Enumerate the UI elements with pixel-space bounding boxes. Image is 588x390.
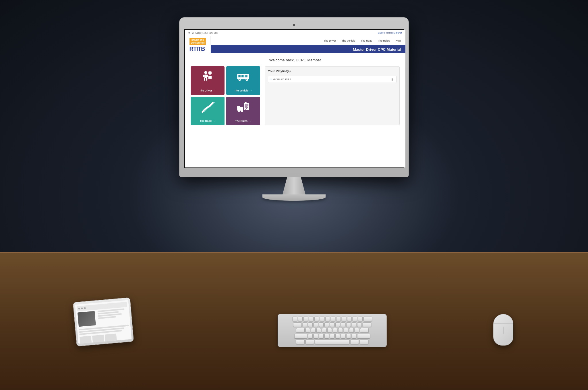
playlist-item[interactable]: ▾ MY PLAYLIST 1 🗑: [268, 76, 396, 83]
key[interactable]: [322, 328, 326, 333]
key[interactable]: [335, 322, 340, 327]
welcome-message: Welcome back, DCPC Member: [191, 58, 400, 62]
key-space[interactable]: [315, 340, 349, 344]
key[interactable]: [335, 334, 340, 338]
tablet-image: [78, 311, 96, 327]
key[interactable]: [353, 317, 357, 321]
key[interactable]: [341, 322, 345, 327]
svg-rect-17: [239, 76, 240, 77]
svg-rect-29: [245, 102, 247, 104]
vehicle-icon: [236, 70, 250, 86]
tablet-thumb-1: [80, 336, 92, 344]
svg-rect-23: [237, 106, 240, 108]
key[interactable]: [344, 328, 348, 333]
key-backspace[interactable]: [363, 317, 372, 321]
key[interactable]: [349, 328, 354, 333]
playlist-heading: Your Playlist(s): [268, 69, 396, 73]
nav-item-vehicle[interactable]: The Vehicle: [342, 39, 355, 42]
key[interactable]: [352, 334, 356, 338]
tablet: [73, 297, 134, 347]
key[interactable]: [311, 328, 316, 333]
key[interactable]: [346, 322, 351, 327]
key[interactable]: [314, 322, 318, 327]
key-enter[interactable]: [363, 322, 371, 327]
key-shift-r[interactable]: [357, 334, 370, 338]
back-link[interactable]: Back to RTITB Extranet: [378, 32, 402, 34]
mouse[interactable]: [493, 314, 513, 346]
tablet-bezel: [73, 297, 134, 347]
tile-rules-label: The Rules →: [235, 120, 251, 122]
banner-title: Master Driver CPC Material: [353, 47, 401, 52]
key[interactable]: [330, 334, 334, 338]
site-topbar: ✆ ✆ +44(0)1952 520 200 Back to RTITB Ext…: [185, 30, 405, 36]
logo-box[interactable]: DRIVER CPC CONSORTIUM RTITB: [185, 36, 211, 53]
key[interactable]: [352, 322, 356, 327]
key-ctrl-r[interactable]: [360, 340, 368, 344]
key-enter-2[interactable]: [360, 328, 369, 333]
key[interactable]: [303, 317, 308, 321]
key[interactable]: [303, 322, 307, 327]
keyboard-row-5: [280, 340, 384, 344]
key[interactable]: [325, 317, 330, 321]
key-alt-l[interactable]: [305, 340, 314, 344]
site-main: Welcome back, DCPC Member: [185, 53, 405, 130]
svg-rect-21: [245, 76, 246, 77]
key-alt-r[interactable]: [350, 340, 359, 344]
key[interactable]: [342, 317, 346, 321]
tile-rules-arrow: →: [249, 120, 251, 122]
key[interactable]: [319, 322, 324, 327]
key[interactable]: [324, 334, 329, 338]
key[interactable]: [324, 322, 329, 327]
key[interactable]: [341, 334, 345, 338]
tiles-grid: The Driver →: [191, 66, 260, 125]
key[interactable]: [308, 334, 313, 338]
trash-icon[interactable]: 🗑: [391, 78, 394, 81]
key[interactable]: [331, 317, 335, 321]
tile-rules[interactable]: The Rules →: [226, 97, 260, 125]
nav-item-help[interactable]: Help: [395, 39, 401, 42]
key-ctrl-l[interactable]: [296, 340, 305, 344]
monitor-screen-border: ✆ ✆ +44(0)1952 520 200 Back to RTITB Ext…: [184, 29, 404, 168]
tile-road-arrow: →: [213, 120, 215, 122]
key[interactable]: [305, 328, 310, 333]
key[interactable]: [347, 317, 352, 321]
svg-point-7: [208, 71, 212, 73]
svg-rect-30: [245, 104, 248, 105]
driver-icon: [200, 70, 215, 86]
key-shift-l[interactable]: [294, 334, 307, 338]
key[interactable]: [327, 328, 332, 333]
tile-vehicle[interactable]: The Vehicle →: [226, 66, 260, 95]
key[interactable]: [316, 328, 321, 333]
tile-driver[interactable]: The Driver →: [191, 66, 225, 95]
key[interactable]: [314, 334, 318, 338]
key[interactable]: [314, 317, 319, 321]
key[interactable]: [346, 334, 351, 338]
tile-road-label: The Road →: [200, 120, 215, 122]
key[interactable]: [298, 317, 303, 321]
key[interactable]: [320, 317, 324, 321]
key[interactable]: [308, 322, 313, 327]
nav-item-rules[interactable]: The Rules: [378, 39, 390, 42]
key[interactable]: [330, 322, 334, 327]
tablet-thumb-2: [92, 335, 104, 344]
tile-road[interactable]: The Road →: [191, 97, 225, 125]
key[interactable]: [357, 322, 362, 327]
key[interactable]: [336, 317, 341, 321]
keyboard-body: [278, 314, 387, 347]
key-caps[interactable]: [296, 328, 305, 333]
monitor-stand-neck: [283, 177, 305, 194]
phone-number: ✆ +44(0)1952 520 200: [192, 32, 218, 34]
key[interactable]: [355, 328, 359, 333]
key[interactable]: [358, 317, 363, 321]
key[interactable]: [319, 334, 324, 338]
key-tab[interactable]: [293, 322, 302, 327]
svg-point-25: [239, 111, 239, 112]
key[interactable]: [333, 328, 337, 333]
key[interactable]: [293, 317, 297, 321]
key[interactable]: [338, 328, 343, 333]
keyboard[interactable]: [278, 314, 387, 347]
key[interactable]: [309, 317, 314, 321]
nav-item-driver[interactable]: The Driver: [324, 39, 336, 42]
nav-item-road[interactable]: The Road: [361, 39, 372, 42]
road-icon: [200, 100, 215, 117]
